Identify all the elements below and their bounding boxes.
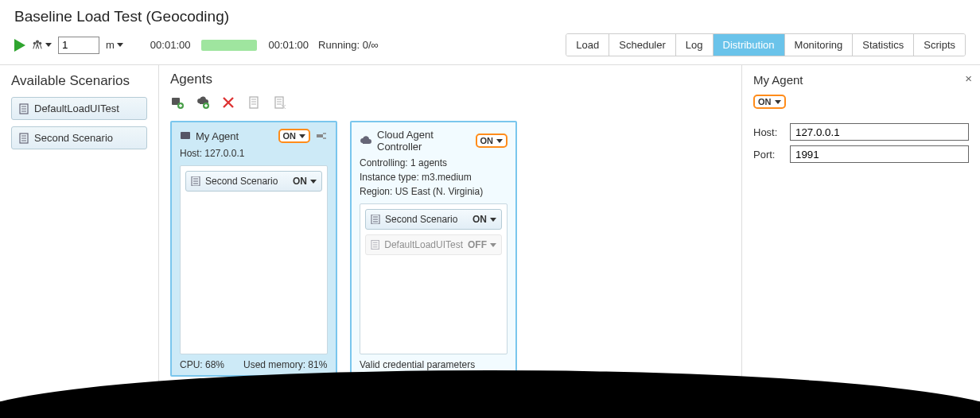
- duration-input[interactable]: [58, 37, 99, 54]
- tab-scripts[interactable]: Scripts: [913, 34, 965, 56]
- tab-statistics[interactable]: Statistics: [852, 34, 913, 56]
- plug-icon: [317, 132, 328, 140]
- running-status: Running: 0/∞: [318, 39, 379, 51]
- svg-point-1: [39, 41, 42, 45]
- cloud-icon: [360, 135, 372, 146]
- agent-scenario-list: Second ScenarioON DefaultLoadUITestOFF: [360, 203, 508, 354]
- svg-rect-9: [275, 97, 283, 108]
- agent-properties-panel: × My Agent ON Host: Port:: [741, 65, 980, 398]
- remove-agent-button[interactable]: [221, 95, 235, 110]
- chevron-down-icon: [117, 43, 123, 47]
- agents-toolbar: [170, 95, 730, 110]
- chevron-down-icon: [496, 139, 503, 143]
- chevron-down-icon: [775, 100, 781, 104]
- agent-scenario-row[interactable]: DefaultLoadUITestOFF: [365, 234, 502, 255]
- scenario-row-label: DefaultLoadUITest: [384, 239, 463, 250]
- host-label: Host:: [753, 126, 784, 138]
- svg-point-0: [33, 41, 37, 45]
- scenario-state-toggle[interactable]: ON: [472, 214, 496, 225]
- scenario-icon: [191, 176, 200, 186]
- scenario-label: Second Scenario: [34, 132, 113, 144]
- duration-unit-label: m: [106, 39, 115, 51]
- elapsed-time: 00:01:00: [150, 39, 191, 51]
- agent-scenario-list: Second ScenarioON: [180, 165, 328, 354]
- properties-status-label: ON: [758, 97, 772, 106]
- cloud-agent-card[interactable]: Cloud Agent ControllerON Controlling: 1 …: [350, 121, 517, 377]
- properties-status-toggle[interactable]: ON: [753, 95, 786, 109]
- available-scenario-item[interactable]: Second Scenario: [11, 126, 147, 149]
- svg-rect-10: [181, 132, 190, 139]
- agent-meta-line: Instance type: m3.medium: [360, 172, 508, 183]
- scenario-row-label: Second Scenario: [385, 214, 468, 225]
- page-title: Baseline Load Test (Geocoding): [14, 8, 966, 25]
- agent-scenario-row[interactable]: Second ScenarioON: [185, 171, 322, 192]
- chevron-down-icon: [299, 134, 305, 138]
- agent-footer: Valid credential parameters: [360, 359, 508, 370]
- scenario-state-toggle[interactable]: OFF: [468, 239, 496, 250]
- tab-distribution[interactable]: Distribution: [713, 34, 784, 56]
- tab-log[interactable]: Log: [675, 34, 713, 56]
- available-scenarios-panel: Available Scenarios DefaultLoadUITestSec…: [0, 65, 159, 398]
- add-cloud-agent-button[interactable]: [196, 95, 210, 110]
- svg-rect-8: [250, 97, 258, 108]
- users-icon: [32, 40, 43, 51]
- chevron-down-icon: [490, 218, 496, 222]
- agent-meta-line: Region: US East (N. Virginia): [360, 186, 508, 197]
- agent-name: My Agent: [196, 130, 274, 142]
- port-input[interactable]: [790, 145, 969, 163]
- tab-scheduler[interactable]: Scheduler: [609, 34, 675, 56]
- total-time: 00:01:00: [268, 39, 309, 51]
- scenario-icon: [18, 133, 29, 144]
- scenario-state-toggle[interactable]: ON: [293, 176, 317, 187]
- toolbar: m 00:01:00 00:01:00 Running: 0/∞ LoadSch…: [0, 29, 980, 64]
- agent-status-toggle[interactable]: ON: [278, 129, 311, 143]
- add-agent-button[interactable]: [170, 95, 185, 110]
- chevron-down-icon: [310, 180, 317, 184]
- agents-title: Agents: [170, 72, 730, 87]
- scenario-icon: [371, 240, 379, 250]
- load-strategy-dropdown[interactable]: [32, 40, 52, 51]
- agent-status-toggle[interactable]: ON: [476, 134, 508, 148]
- agent-scenario-row[interactable]: Second ScenarioON: [365, 209, 502, 230]
- chevron-down-icon: [490, 243, 496, 247]
- duration-unit-dropdown[interactable]: m: [106, 39, 123, 51]
- tab-load[interactable]: Load: [566, 34, 609, 56]
- chevron-down-icon: [45, 43, 52, 47]
- scenario-remove-icon[interactable]: [272, 95, 286, 110]
- scenario-row-label: Second Scenario: [205, 176, 288, 187]
- available-scenario-item[interactable]: DefaultLoadUITest: [11, 97, 147, 120]
- close-icon[interactable]: ×: [965, 72, 972, 85]
- my-agent-card[interactable]: My AgentON Host: 127.0.0.1Second Scenari…: [170, 121, 337, 377]
- run-button[interactable]: [14, 39, 25, 52]
- scenario-add-icon[interactable]: [247, 95, 261, 110]
- agent-name: Cloud Agent Controller: [377, 129, 471, 153]
- agent-host-line: Host: 127.0.0.1: [180, 148, 328, 159]
- scenario-icon: [18, 103, 29, 114]
- properties-title: My Agent: [753, 73, 969, 87]
- port-label: Port:: [753, 149, 784, 161]
- agent-footer: CPU: 68% Used memory: 81%: [180, 359, 328, 370]
- svg-point-2: [36, 40, 39, 43]
- svg-rect-11: [317, 134, 323, 137]
- available-scenarios-title: Available Scenarios: [11, 73, 147, 89]
- tab-bar: LoadSchedulerLogDistributionMonitoringSt…: [566, 33, 966, 56]
- tab-monitoring[interactable]: Monitoring: [784, 34, 853, 56]
- agent-meta-line: Controlling: 1 agents: [360, 157, 508, 168]
- progress-bar: [201, 40, 257, 51]
- host-input[interactable]: [790, 123, 969, 141]
- scenario-label: DefaultLoadUITest: [34, 103, 119, 114]
- scenario-icon: [371, 215, 380, 224]
- agents-panel: Agents My AgentON Host: 127.0.0.1Second …: [159, 65, 741, 398]
- agent-icon: [180, 130, 191, 141]
